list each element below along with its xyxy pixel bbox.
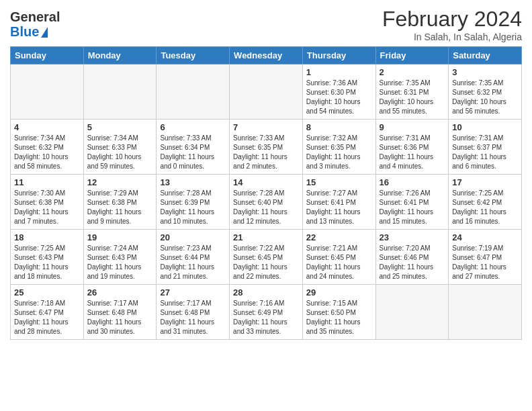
day-number: 27: [160, 287, 226, 298]
week-row-1: 1Sunrise: 7:36 AMSunset: 6:30 PMDaylight…: [11, 64, 522, 120]
day-header-friday: Friday: [375, 47, 449, 64]
day-header-sunday: Sunday: [11, 47, 84, 64]
day-number: 23: [380, 232, 445, 242]
day-number: 28: [233, 287, 299, 298]
day-number: 24: [452, 232, 518, 242]
calendar-cell: 7Sunrise: 7:33 AMSunset: 6:35 PMDaylight…: [230, 120, 303, 175]
calendar-cell: 26Sunrise: 7:17 AMSunset: 6:48 PMDayligh…: [83, 285, 157, 340]
logo-blue: Blue: [10, 24, 39, 40]
location-subtitle: In Salah, In Salah, Algeria: [382, 32, 522, 42]
day-info: Sunrise: 7:34 AMSunset: 6:33 PMDaylight:…: [87, 134, 153, 171]
calendar-cell: [449, 285, 522, 340]
calendar-cell: 13Sunrise: 7:28 AMSunset: 6:39 PMDayligh…: [157, 175, 230, 230]
day-number: 13: [160, 177, 226, 187]
day-info: Sunrise: 7:31 AMSunset: 6:36 PMDaylight:…: [380, 134, 445, 171]
day-info: Sunrise: 7:33 AMSunset: 6:34 PMDaylight:…: [160, 134, 226, 171]
calendar-cell: 4Sunrise: 7:34 AMSunset: 6:32 PMDaylight…: [11, 120, 84, 175]
calendar-cell: 2Sunrise: 7:35 AMSunset: 6:31 PMDaylight…: [375, 64, 449, 120]
day-info: Sunrise: 7:28 AMSunset: 6:40 PMDaylight:…: [233, 189, 299, 226]
day-header-saturday: Saturday: [449, 47, 522, 64]
calendar-cell: [375, 285, 449, 340]
day-info: Sunrise: 7:16 AMSunset: 6:49 PMDaylight:…: [233, 299, 299, 336]
calendar-cell: 17Sunrise: 7:25 AMSunset: 6:42 PMDayligh…: [449, 175, 522, 230]
day-info: Sunrise: 7:17 AMSunset: 6:48 PMDaylight:…: [87, 299, 153, 336]
day-info: Sunrise: 7:20 AMSunset: 6:46 PMDaylight:…: [380, 244, 445, 281]
calendar-cell: [11, 64, 84, 120]
day-number: 3: [452, 67, 518, 77]
day-number: 8: [306, 122, 372, 132]
calendar-cell: 20Sunrise: 7:23 AMSunset: 6:44 PMDayligh…: [157, 230, 230, 285]
day-number: 18: [14, 232, 80, 242]
day-number: 5: [87, 122, 153, 132]
day-number: 2: [380, 67, 445, 77]
day-number: 25: [14, 287, 80, 298]
week-row-4: 18Sunrise: 7:25 AMSunset: 6:43 PMDayligh…: [11, 230, 522, 285]
day-info: Sunrise: 7:33 AMSunset: 6:35 PMDaylight:…: [233, 134, 299, 171]
day-info: Sunrise: 7:31 AMSunset: 6:37 PMDaylight:…: [452, 134, 518, 171]
calendar-cell: 6Sunrise: 7:33 AMSunset: 6:34 PMDaylight…: [157, 120, 230, 175]
day-info: Sunrise: 7:30 AMSunset: 6:38 PMDaylight:…: [14, 189, 80, 226]
calendar-cell: 5Sunrise: 7:34 AMSunset: 6:33 PMDaylight…: [83, 120, 157, 175]
calendar-cell: 22Sunrise: 7:21 AMSunset: 6:45 PMDayligh…: [302, 230, 375, 285]
calendar-cell: 16Sunrise: 7:26 AMSunset: 6:41 PMDayligh…: [375, 175, 449, 230]
logo: General Blue: [10, 9, 60, 40]
calendar-cell: 1Sunrise: 7:36 AMSunset: 6:30 PMDaylight…: [302, 64, 375, 120]
day-number: 7: [233, 122, 299, 132]
day-number: 22: [306, 232, 372, 242]
day-info: Sunrise: 7:27 AMSunset: 6:41 PMDaylight:…: [306, 189, 372, 226]
calendar-cell: 8Sunrise: 7:32 AMSunset: 6:35 PMDaylight…: [302, 120, 375, 175]
day-number: 14: [233, 177, 299, 187]
day-number: 9: [380, 122, 445, 132]
day-number: 1: [306, 67, 372, 77]
day-info: Sunrise: 7:24 AMSunset: 6:43 PMDaylight:…: [87, 244, 153, 281]
day-header-thursday: Thursday: [302, 47, 375, 64]
day-info: Sunrise: 7:25 AMSunset: 6:43 PMDaylight:…: [14, 244, 80, 281]
calendar-cell: 24Sunrise: 7:19 AMSunset: 6:47 PMDayligh…: [449, 230, 522, 285]
calendar-cell: 21Sunrise: 7:22 AMSunset: 6:45 PMDayligh…: [230, 230, 303, 285]
calendar-table: SundayMondayTuesdayWednesdayThursdayFrid…: [10, 46, 522, 340]
day-number: 4: [14, 122, 80, 132]
header-area: General Blue February 2024 In Salah, In …: [10, 7, 522, 42]
day-header-monday: Monday: [83, 47, 157, 64]
calendar-cell: 3Sunrise: 7:35 AMSunset: 6:32 PMDaylight…: [449, 64, 522, 120]
day-number: 12: [87, 177, 153, 187]
day-info: Sunrise: 7:26 AMSunset: 6:41 PMDaylight:…: [380, 189, 445, 226]
day-info: Sunrise: 7:35 AMSunset: 6:32 PMDaylight:…: [452, 79, 518, 116]
day-info: Sunrise: 7:28 AMSunset: 6:39 PMDaylight:…: [160, 189, 226, 226]
logo-triangle-icon: [41, 27, 48, 38]
calendar-cell: 19Sunrise: 7:24 AMSunset: 6:43 PMDayligh…: [83, 230, 157, 285]
calendar-cell: 15Sunrise: 7:27 AMSunset: 6:41 PMDayligh…: [302, 175, 375, 230]
day-info: Sunrise: 7:32 AMSunset: 6:35 PMDaylight:…: [306, 134, 372, 171]
calendar-cell: 27Sunrise: 7:17 AMSunset: 6:48 PMDayligh…: [157, 285, 230, 340]
calendar-cell: 29Sunrise: 7:15 AMSunset: 6:50 PMDayligh…: [302, 285, 375, 340]
day-info: Sunrise: 7:25 AMSunset: 6:42 PMDaylight:…: [452, 189, 518, 226]
calendar-cell: 14Sunrise: 7:28 AMSunset: 6:40 PMDayligh…: [230, 175, 303, 230]
calendar-cell: 11Sunrise: 7:30 AMSunset: 6:38 PMDayligh…: [11, 175, 84, 230]
day-info: Sunrise: 7:17 AMSunset: 6:48 PMDaylight:…: [160, 299, 226, 336]
day-number: 19: [87, 232, 153, 242]
week-row-2: 4Sunrise: 7:34 AMSunset: 6:32 PMDaylight…: [11, 120, 522, 175]
day-number: 17: [452, 177, 518, 187]
calendar-cell: [157, 64, 230, 120]
calendar-cell: 28Sunrise: 7:16 AMSunset: 6:49 PMDayligh…: [230, 285, 303, 340]
day-info: Sunrise: 7:29 AMSunset: 6:38 PMDaylight:…: [87, 189, 153, 226]
day-info: Sunrise: 7:19 AMSunset: 6:47 PMDaylight:…: [452, 244, 518, 281]
day-number: 10: [452, 122, 518, 132]
calendar-cell: 12Sunrise: 7:29 AMSunset: 6:38 PMDayligh…: [83, 175, 157, 230]
day-info: Sunrise: 7:34 AMSunset: 6:32 PMDaylight:…: [14, 134, 80, 171]
day-info: Sunrise: 7:21 AMSunset: 6:45 PMDaylight:…: [306, 244, 372, 281]
day-info: Sunrise: 7:23 AMSunset: 6:44 PMDaylight:…: [160, 244, 226, 281]
calendar-cell: 23Sunrise: 7:20 AMSunset: 6:46 PMDayligh…: [375, 230, 449, 285]
day-info: Sunrise: 7:35 AMSunset: 6:31 PMDaylight:…: [380, 79, 445, 116]
day-number: 6: [160, 122, 226, 132]
calendar-cell: [83, 64, 157, 120]
day-number: 20: [160, 232, 226, 242]
logo-general: General: [10, 9, 60, 24]
calendar-cell: [230, 64, 303, 120]
day-number: 15: [306, 177, 372, 187]
day-number: 11: [14, 177, 80, 187]
day-header-tuesday: Tuesday: [157, 47, 230, 64]
day-headers-row: SundayMondayTuesdayWednesdayThursdayFrid…: [11, 47, 522, 64]
day-info: Sunrise: 7:18 AMSunset: 6:47 PMDaylight:…: [14, 299, 80, 336]
day-info: Sunrise: 7:15 AMSunset: 6:50 PMDaylight:…: [306, 299, 372, 336]
